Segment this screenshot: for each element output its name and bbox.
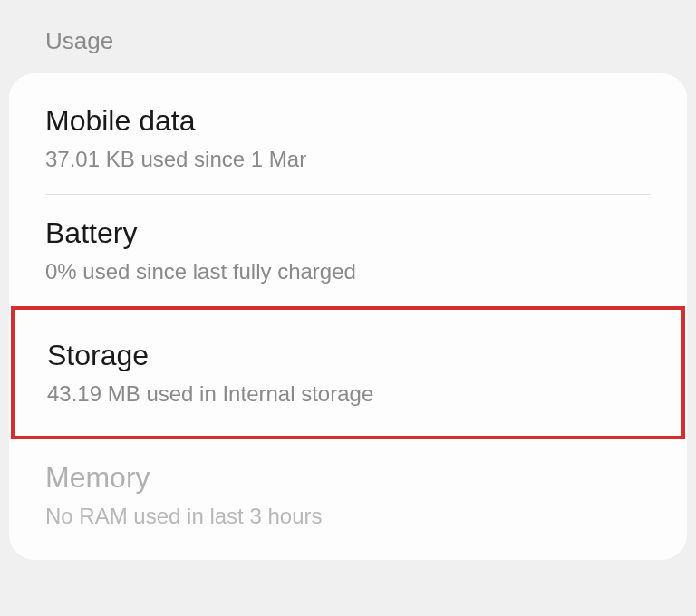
battery-title: Battery	[45, 217, 651, 250]
mobile-data-title: Mobile data	[45, 104, 651, 138]
battery-item[interactable]: Battery 0% used since last fully charged	[9, 195, 687, 306]
memory-item[interactable]: Memory No RAM used in last 3 hours	[9, 439, 687, 551]
usage-section: Usage Mobile data 37.01 KB used since 1 …	[0, 0, 696, 560]
storage-item[interactable]: Storage 43.19 MB used in Internal storag…	[11, 306, 685, 439]
memory-subtitle: No RAM used in last 3 hours	[45, 504, 651, 529]
mobile-data-subtitle: 37.01 KB used since 1 Mar	[45, 147, 651, 172]
storage-subtitle: 43.19 MB used in Internal storage	[47, 381, 649, 407]
mobile-data-item[interactable]: Mobile data 37.01 KB used since 1 Mar	[9, 82, 687, 194]
memory-title: Memory	[45, 461, 651, 495]
section-title: Usage	[9, 0, 687, 73]
usage-card: Mobile data 37.01 KB used since 1 Mar Ba…	[9, 73, 687, 560]
storage-title: Storage	[47, 339, 649, 372]
battery-subtitle: 0% used since last fully charged	[45, 259, 651, 284]
